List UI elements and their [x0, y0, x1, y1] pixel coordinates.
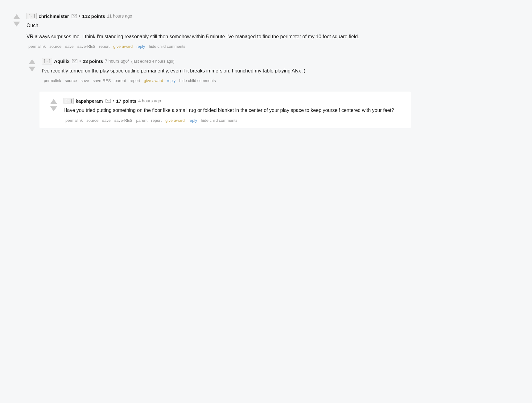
comment-text: Have you tried putting something on the … [64, 106, 403, 114]
give-award-link[interactable]: give award [163, 117, 187, 123]
comment-text: I've recently turned on the play space o… [42, 67, 411, 75]
user-icon [72, 59, 77, 63]
downvote-button[interactable] [28, 66, 36, 72]
timestamp-label: 7 hours ago* [105, 59, 129, 64]
parent-link[interactable]: parent [113, 78, 128, 84]
upvote-button[interactable] [50, 98, 58, 105]
save-link[interactable]: save [79, 78, 91, 84]
report-link[interactable]: report [128, 78, 142, 84]
comment-header: [-] chrichmeister • 112 points 11 hours … [27, 13, 411, 19]
vote-column [10, 13, 23, 49]
bullet-separator: • [113, 98, 114, 103]
comment-body: [-] kapahperam • 17 points 4 hours ago H… [64, 98, 403, 123]
give-award-link[interactable]: give award [111, 43, 134, 49]
reply-link[interactable]: reply [187, 117, 199, 123]
edited-note: (last edited 4 hours ago) [131, 59, 174, 64]
username-link[interactable]: chrichmeister [39, 14, 69, 19]
save-res-link[interactable]: save-RES [76, 43, 97, 49]
comment-paragraph-1: Have you tried putting something on the … [64, 106, 403, 114]
give-award-link[interactable]: give award [142, 78, 165, 84]
points-label: 112 points [82, 14, 105, 19]
upvote-arrow-icon [13, 14, 20, 19]
source-link[interactable]: source [85, 117, 100, 123]
permalink-link[interactable]: permalink [42, 78, 63, 84]
points-label: 23 points [83, 59, 103, 64]
user-icon [72, 14, 77, 18]
action-bar: permalink source save save-RES parent re… [42, 78, 411, 84]
hide-child-comments-link[interactable]: hide child comments [177, 78, 218, 84]
comment-header: [-] Aquilix • 23 points 7 hours ago* (la… [42, 58, 411, 64]
upvote-arrow-icon [50, 99, 57, 104]
permalink-link[interactable]: permalink [64, 117, 85, 123]
comment: [-] Aquilix • 23 points 7 hours ago* (la… [10, 52, 411, 87]
comment-body: [-] Aquilix • 23 points 7 hours ago* (la… [42, 58, 411, 84]
vote-column [25, 58, 39, 84]
save-res-link[interactable]: save-RES [113, 117, 134, 123]
report-link[interactable]: report [97, 43, 111, 49]
collapse-button[interactable]: [-] [42, 58, 52, 64]
action-bar: permalink source save save-RES parent re… [64, 117, 403, 123]
comment: [-] chrichmeister • 112 points 11 hours … [10, 7, 411, 52]
collapse-button[interactable]: [-] [64, 98, 74, 104]
timestamp-label: 4 hours ago [138, 98, 161, 103]
save-link[interactable]: save [63, 43, 75, 49]
points-label: 17 points [116, 98, 137, 104]
upvote-arrow-icon [29, 59, 35, 64]
bullet-separator: • [79, 14, 80, 19]
parent-link[interactable]: parent [134, 117, 149, 123]
comment-paragraph-1: I've recently turned on the play space o… [42, 67, 411, 75]
nested-comment: [-] kapahperam • 17 points 4 hours ago H… [39, 92, 411, 128]
comment-header: [-] kapahperam • 17 points 4 hours ago [64, 98, 403, 104]
reply-link[interactable]: reply [134, 43, 147, 49]
source-link[interactable]: source [63, 78, 79, 84]
report-link[interactable]: report [149, 117, 163, 123]
hide-child-comments-link[interactable]: hide child comments [199, 117, 239, 123]
comment-paragraph-1: Ouch. [27, 22, 411, 30]
downvote-arrow-icon [13, 22, 20, 27]
collapse-button[interactable]: [-] [27, 13, 37, 19]
comment-text: Ouch. VR always surprises me. I think I'… [27, 22, 411, 40]
comment-inner: [-] kapahperam • 17 points 4 hours ago H… [47, 98, 403, 123]
bullet-separator: • [79, 59, 81, 64]
downvote-arrow-icon [29, 67, 35, 72]
user-icon [105, 99, 111, 103]
action-bar: permalink source save save-RES report gi… [27, 43, 411, 49]
comment-paragraph-2: VR always surprises me. I think I'm stan… [27, 33, 411, 41]
vote-column [47, 98, 60, 123]
downvote-arrow-icon [50, 106, 57, 111]
comment-thread: [-] chrichmeister • 112 points 11 hours … [10, 7, 411, 128]
source-link[interactable]: source [47, 43, 63, 49]
upvote-button[interactable] [13, 14, 21, 20]
timestamp-label: 11 hours ago [107, 14, 132, 19]
save-res-link[interactable]: save-RES [91, 78, 113, 84]
save-link[interactable]: save [100, 117, 112, 123]
username-link[interactable]: Aquilix [54, 59, 69, 64]
downvote-button[interactable] [13, 21, 21, 27]
upvote-button[interactable] [28, 59, 36, 65]
username-link[interactable]: kapahperam [76, 98, 103, 104]
hide-child-comments-link[interactable]: hide child comments [147, 43, 187, 49]
downvote-button[interactable] [50, 106, 58, 112]
reply-link[interactable]: reply [165, 78, 177, 84]
permalink-link[interactable]: permalink [27, 43, 47, 49]
comment-body: [-] chrichmeister • 112 points 11 hours … [27, 13, 411, 49]
